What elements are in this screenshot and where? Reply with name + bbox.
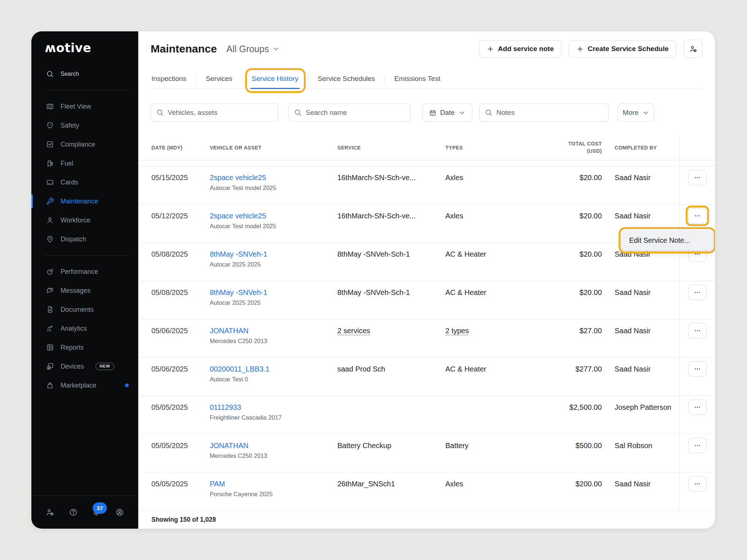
vehicle-link[interactable]: JONATHAN [210,326,337,335]
cell-date: 05/05/2025 [151,434,210,472]
group-filter-dropdown[interactable]: All Groups [227,44,280,54]
help-icon[interactable] [69,508,78,517]
sidebar-item-reports[interactable]: Reports [31,338,138,357]
table-row: 05/06/2025 JONATHAN Mercedes C250 2013 2… [138,319,715,358]
add-service-note-button[interactable]: Add service note [479,40,561,58]
service-name: saad Prod Sch [337,365,385,373]
vehicle-model: Autocar Test model 2025 [210,222,337,230]
vehicle-link[interactable]: 8thMay -SNVeh-1 [210,249,337,259]
vehicle-link[interactable]: 01112933 [210,402,337,412]
sidebar-item-documents[interactable]: Documents [31,300,138,319]
ellipsis-icon [694,480,701,487]
cell-total-cost: $200.00 [518,472,602,510]
tab-inspections[interactable]: Inspections [151,75,196,89]
shield-icon [46,121,54,129]
sidebar-item-cards[interactable]: Cards [31,173,138,192]
account-icon[interactable] [115,508,124,517]
row-menu-button[interactable] [688,438,707,453]
name-filter-input[interactable] [289,104,411,122]
more-filters-button[interactable]: More [618,104,654,122]
cell-actions [679,472,715,510]
chevron-down-icon [272,45,280,52]
sidebar-item-compliance[interactable]: Compliance [31,135,138,154]
sidebar-item-label: Messages [61,287,90,295]
vehicle-link[interactable]: PAM [210,479,337,489]
cell-vehicle: 8thMay -SNVeh-1 Autocar 2025 2025 [210,281,337,319]
sidebar-divider [45,255,129,256]
gauge-icon [46,268,54,276]
cell-actions [679,319,715,357]
vehicles-filter-input[interactable] [151,104,278,122]
column-header-completed-by: COMPLETED BY [602,135,679,160]
maintenance-settings-button[interactable] [684,40,703,58]
tab-service-history[interactable]: Service History [242,75,308,89]
cell-total-cost: $500.00 [518,434,602,472]
column-header-types: TYPES [445,135,518,160]
row-menu-button[interactable] [688,400,707,415]
row-menu-button[interactable] [688,476,707,491]
sidebar-item-maintenance[interactable]: Maintenance [31,192,138,211]
sidebar-item-devices[interactable]: DevicesNEW [31,357,138,376]
sidebar-spacer [31,395,138,495]
service-name[interactable]: 2 services [337,327,370,335]
search-icon [46,70,54,78]
vehicle-link[interactable]: 2space vehicle25 [210,173,337,182]
person-icon [46,216,54,224]
edit-service-note-menu-item[interactable]: Edit Service Note... [622,230,712,250]
cell-service: 16thMarch-SN-Sch-ve... [337,166,445,204]
table-row: 05/05/2025 PAM Porsche Cayenne 2025 26th… [138,472,715,511]
sidebar-divider [45,90,129,90]
service-name: 26thMar_SNSch1 [337,480,395,488]
notes-filter-input[interactable] [479,104,609,122]
sidebar-item-dispatch[interactable]: Dispatch [31,230,138,249]
vehicle-model: Porsche Cayenne 2025 [210,490,337,498]
row-menu-button[interactable] [688,323,707,338]
scrolled-row-sliver [138,160,715,166]
tab-services[interactable]: Services [196,75,242,89]
sidebar-group-secondary: PerformanceMessagesDocumentsAnalyticsRep… [31,262,138,395]
sidebar-item-marketplace[interactable]: Marketplace [31,376,138,395]
vehicle-link[interactable]: 00200011_LBB3.1 [210,364,337,374]
notifications-icon[interactable]: 37 [92,508,101,517]
cell-completed-by: Saad Nasir [602,319,679,357]
name-filter [289,104,411,122]
sidebar-search[interactable]: Search [31,65,138,83]
add-service-note-label: Add service note [498,45,554,53]
row-menu-button[interactable] [688,285,707,300]
cell-types: Axles [445,472,518,510]
cell-date: 05/12/2025 [151,205,210,242]
vehicle-link[interactable]: 8thMay -SNVeh-1 [210,288,337,297]
sidebar-item-fuel[interactable]: Fuel [31,154,138,173]
table-row: 05/05/2025 JONATHAN Mercedes C250 2013 B… [138,434,715,472]
vehicle-model: Autocar 2025 2025 [210,299,337,306]
page: ʍotive Search Fleet ViewSafetyCompliance… [0,0,747,560]
page-title: Maintenance [151,43,217,55]
admin-settings-icon[interactable] [46,508,54,517]
create-service-schedule-button[interactable]: Create Service Schedule [569,40,676,58]
row-menu-button[interactable] [688,208,707,223]
sidebar-item-label: Cards [61,179,78,186]
tab-service-schedules[interactable]: Service Schedules [308,75,384,89]
table-header: DATE (MDY) VEHICLE OR ASSET SERVICE TYPE… [138,135,715,160]
date-filter-button[interactable]: Date [422,104,472,122]
sidebar-item-fleet-view[interactable]: Fleet View [31,97,138,116]
sidebar-item-analytics[interactable]: Analytics [31,319,138,338]
sidebar-item-safety[interactable]: Safety [31,116,138,135]
cell-service: Battery Checkup [337,434,445,472]
row-menu-button[interactable] [688,170,707,185]
row-menu-button[interactable] [688,361,707,377]
vehicle-link[interactable]: 2space vehicle25 [210,211,337,221]
create-service-schedule-label: Create Service Schedule [588,45,669,53]
service-types: Axles [445,480,463,488]
service-types[interactable]: 2 types [445,327,469,335]
column-header-service: SERVICE [337,135,445,160]
edit-service-note-label: Edit Service Note... [629,236,690,245]
sidebar-item-performance[interactable]: Performance [31,262,138,281]
chart-icon [46,324,54,332]
sidebar-item-workforce[interactable]: Workforce [31,211,138,230]
date-filter-label: Date [440,109,454,117]
sidebar-item-messages[interactable]: Messages [31,281,138,300]
service-types: AC & Heater [445,288,486,296]
vehicle-link[interactable]: JONATHAN [210,441,337,450]
tab-emissions-test[interactable]: Emissions Test [385,75,450,89]
